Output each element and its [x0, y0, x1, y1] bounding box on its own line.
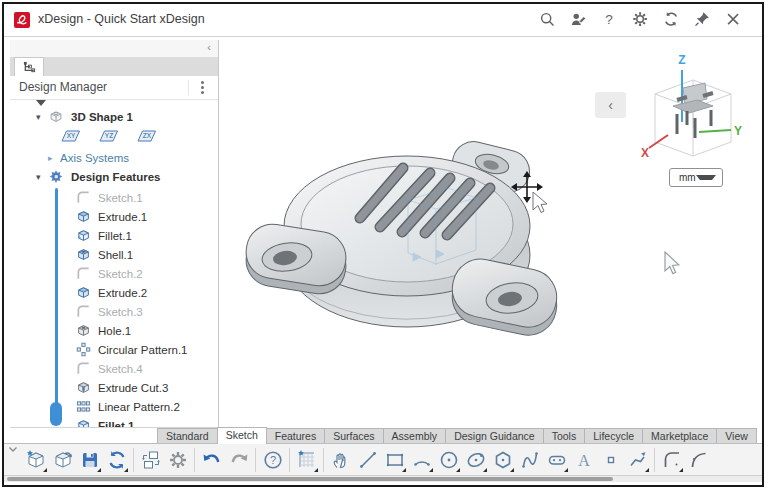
flyout-arrow-icon[interactable] [314, 468, 318, 472]
toolbar-button-ellipse[interactable] [462, 446, 489, 474]
user-edit-icon[interactable] [567, 8, 591, 32]
ribbon-tab-tools[interactable]: Tools [543, 428, 586, 444]
hole-icon [76, 323, 91, 338]
tree-item-sketch-4[interactable]: Sketch.4 [76, 359, 143, 378]
tree-item-label: Sketch.1 [98, 192, 143, 204]
tree-item-3d-shape[interactable]: ▾ 3D Shape 1 [36, 107, 133, 126]
toolbar-button-undo[interactable] [198, 446, 225, 474]
toolbar-button-help-tool[interactable]: ? [259, 446, 286, 474]
toolbar-button-settings-gear[interactable] [164, 446, 191, 474]
tree-item-sketch-3[interactable]: Sketch.3 [76, 302, 143, 321]
scrollbar-thumb[interactable] [7, 477, 613, 481]
tree-item-fillet-1[interactable]: Fillet.1 [76, 226, 132, 245]
toolbar-button-corner-radius[interactable] [658, 446, 685, 474]
toolbar-button-text[interactable]: A [570, 446, 597, 474]
toolbar-button-compare[interactable] [137, 446, 164, 474]
point-icon [600, 449, 622, 471]
tab-design-tree[interactable] [14, 57, 44, 76]
ribbon-tab-assembly[interactable]: Assembly [383, 428, 447, 444]
tree-item-sketch-2[interactable]: Sketch.2 [76, 264, 143, 283]
toolbar-button-circle[interactable] [435, 446, 462, 474]
flyout-arrow-icon[interactable] [510, 468, 514, 472]
close-icon[interactable] [722, 8, 746, 32]
flyout-arrow-icon[interactable] [645, 468, 649, 472]
chevron-left-button[interactable]: ‹ [595, 92, 626, 118]
toolbar-collapse-chevron-icon[interactable] [4, 444, 22, 475]
flyout-arrow-icon[interactable] [679, 468, 683, 472]
toolbar-button-open-part[interactable] [49, 446, 76, 474]
tree-item-label: Fillet.1 [98, 230, 132, 242]
ribbon-tab-design-guidance[interactable]: Design Guidance [445, 428, 544, 444]
flyout-arrow-icon[interactable] [402, 468, 406, 472]
3d-shape-icon [48, 109, 64, 124]
toolbar-button-line[interactable] [354, 446, 381, 474]
model-speaker-housing[interactable] [230, 140, 570, 355]
flyout-arrow-icon[interactable] [97, 468, 101, 472]
flyout-arrow-icon[interactable] [124, 468, 128, 472]
toolbar-button-redo[interactable] [225, 446, 252, 474]
tree-item-extrude-1[interactable]: Extrude.1 [76, 207, 147, 226]
tree-item-hole-1[interactable]: Hole.1 [76, 321, 131, 340]
toolbar-button-trim[interactable] [624, 446, 651, 474]
plane-yz-icon[interactable]: YZ [98, 128, 120, 146]
tree-item-extrude-cut-3[interactable]: Extrude Cut.3 [76, 378, 168, 397]
ribbon-tab-surfaces[interactable]: Surfaces [324, 428, 383, 444]
tree-item-fillet-1[interactable]: Fillet.1 [76, 416, 134, 427]
flyout-arrow-icon[interactable] [456, 468, 460, 472]
expand-arrow-icon[interactable]: ▾ [36, 112, 48, 122]
toolbar-button-slot[interactable] [543, 446, 570, 474]
orientation-triad[interactable]: Z Y X [635, 48, 750, 168]
ribbon-tab-lifecycle[interactable]: Lifecycle [584, 428, 643, 444]
titlebar-actions: ? [536, 8, 746, 32]
toolbar-button-spline[interactable] [516, 446, 543, 474]
flyout-arrow-icon[interactable] [564, 468, 568, 472]
plane-xy-icon[interactable]: XY [60, 128, 82, 146]
tree-item-label: Linear Pattern.2 [98, 401, 180, 413]
ribbon-tab-features[interactable]: Features [266, 428, 325, 444]
settings-icon[interactable] [629, 8, 653, 32]
flyout-arrow-icon[interactable] [429, 468, 433, 472]
flyout-arrow-icon[interactable] [43, 468, 47, 472]
tree-item-design-features[interactable]: ▾ Design Features [36, 167, 160, 186]
toolbar-button-select-hand[interactable] [327, 446, 354, 474]
ribbon-tab-standard[interactable]: Standard [157, 428, 218, 444]
help-icon[interactable]: ? [598, 8, 622, 32]
ribbon-tab-view[interactable]: View [716, 428, 757, 444]
tree-item-shell-1[interactable]: Shell.1 [76, 245, 133, 264]
sketch-toolbar: ?A [4, 443, 762, 476]
search-icon[interactable] [536, 8, 560, 32]
tree-item-linear-pattern-2[interactable]: Linear Pattern.2 [76, 397, 180, 416]
toolbar-separator [289, 448, 290, 472]
toolbar-button-corner-arc[interactable] [685, 446, 712, 474]
panel-menu-kebab-icon[interactable] [188, 80, 209, 95]
toolbar-button-rectangle[interactable] [381, 446, 408, 474]
toolbar-button-arc[interactable] [408, 446, 435, 474]
units-dropdown[interactable]: mm [669, 168, 723, 187]
collapse-arrow-icon[interactable]: ▸ [48, 153, 60, 163]
tree-item-extrude-2[interactable]: Extrude.2 [76, 283, 147, 302]
toolbar-button-point[interactable] [597, 446, 624, 474]
ribbon-tab-sketch[interactable]: Sketch [217, 427, 267, 444]
toolbar-button-sync-data[interactable] [103, 446, 130, 474]
tree-item-sketch-1[interactable]: Sketch.1 [76, 188, 143, 207]
pin-icon[interactable] [691, 8, 715, 32]
rollback-bar-handle[interactable] [50, 402, 62, 426]
panel-collapse-chevron-icon[interactable]: ‹ [207, 41, 211, 53]
sketch-icon [76, 361, 91, 376]
toolbar-button-polygon[interactable] [489, 446, 516, 474]
ribbon-tab-marketplace[interactable]: Marketplace [642, 428, 717, 444]
plane-zx-icon[interactable]: ZX [136, 128, 158, 146]
expand-arrow-icon[interactable]: ▾ [36, 172, 48, 182]
design-features-icon [48, 169, 64, 184]
rollback-bar-line [55, 188, 58, 424]
tree-item-label: Extrude.1 [98, 211, 147, 223]
tree-item-axis-systems[interactable]: ▸ Axis Systems [48, 148, 129, 167]
sync-icon[interactable] [660, 8, 684, 32]
toolbar-button-save[interactable] [76, 446, 103, 474]
toolbar-button-new-part[interactable] [22, 446, 49, 474]
horizontal-scrollbar[interactable] [4, 476, 762, 482]
toolbar-button-new-sketch[interactable] [293, 446, 320, 474]
flyout-arrow-icon[interactable] [483, 468, 487, 472]
tree-item-circular-pattern-1[interactable]: Circular Pattern.1 [76, 340, 187, 359]
x-axis-label: X [641, 146, 649, 160]
